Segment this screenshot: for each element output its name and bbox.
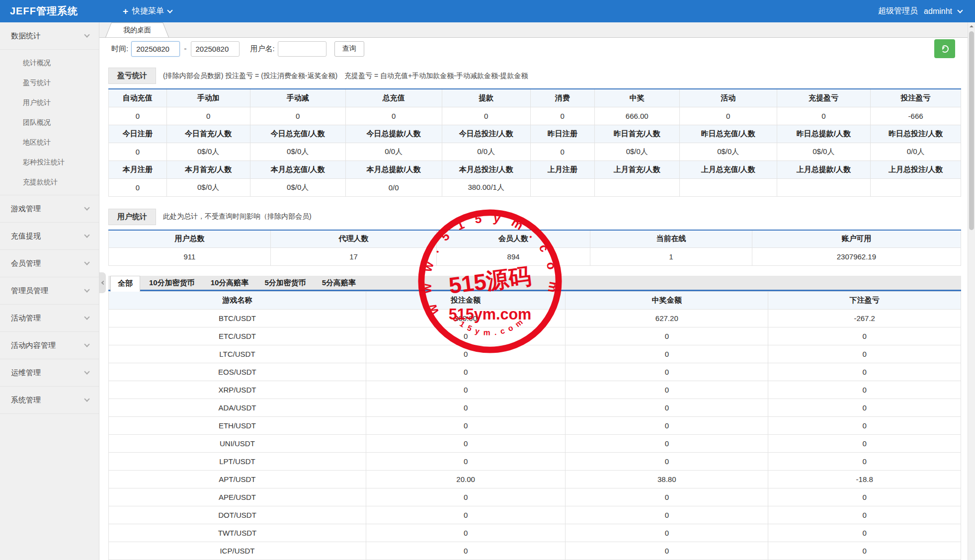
stat-value-cell: 911 xyxy=(109,248,271,266)
sidebar-group-recharge-withdraw[interactable]: 充值提现 xyxy=(0,223,99,250)
game-profit-cell: 0 xyxy=(768,435,961,453)
game-tab-5min-high-odds[interactable]: 5分高赔率 xyxy=(315,276,363,290)
game-win-cell: 0 xyxy=(566,488,768,506)
sidebar-item-profit-stats[interactable]: 盈亏统计 xyxy=(0,73,99,92)
game-row: ICP/USDT 0 0 0 xyxy=(109,542,961,560)
table-row: 0 0$/0人 0$/0人 0/0人 0/0人 0 0$/0人 0$/0人 0$… xyxy=(109,143,961,160)
game-name-cell: UNI/USDT xyxy=(109,435,366,453)
chevron-down-icon xyxy=(84,369,89,374)
game-bet-cell: 0 xyxy=(366,506,565,524)
game-profit-cell: 0 xyxy=(768,542,961,560)
sidebar-group-ops-mgmt[interactable]: 运维管理 xyxy=(0,359,99,387)
sidebar-item-region-stats[interactable]: 地区统计 xyxy=(0,132,99,152)
game-name-cell: BTC/USDT xyxy=(109,310,366,327)
game-header-cell: 游戏名称 xyxy=(109,292,366,310)
sidebar-collapse-handle[interactable] xyxy=(99,272,106,293)
game-win-cell: 0 xyxy=(566,417,768,435)
query-button[interactable]: 查询 xyxy=(334,41,364,57)
sidebar-group-activity-content-mgmt[interactable]: 活动内容管理 xyxy=(0,332,99,359)
sidebar-group-label: 游戏管理 xyxy=(11,204,41,214)
stat-header-cell: 代理人数 xyxy=(270,230,436,248)
stat-header-cell: 会员人数 xyxy=(437,230,590,248)
refresh-button[interactable] xyxy=(934,39,955,58)
stat-value-cell: 0$/0人 xyxy=(166,143,250,160)
game-bet-cell: 0 xyxy=(366,435,565,453)
user-section-note: 此处为总计，不受查询时间影响（排除内部会员) xyxy=(163,212,312,221)
sidebar-group-system-mgmt[interactable]: 系统管理 xyxy=(0,387,99,414)
stat-header-cell: 本月首充/人数 xyxy=(166,160,250,178)
game-name-cell: XRP/USDT xyxy=(109,381,366,399)
stat-value-cell: 0$/0人 xyxy=(594,143,680,160)
stat-value-cell: 1 xyxy=(590,248,752,266)
game-win-cell: 0 xyxy=(566,542,768,560)
scrollbar-up-button[interactable] xyxy=(968,22,975,30)
game-profit-cell: 0 xyxy=(768,488,961,506)
chevron-down-icon xyxy=(84,341,89,347)
quick-menu-button[interactable]: + 快捷菜单 xyxy=(123,6,172,17)
stat-header-cell: 本月注册 xyxy=(109,160,167,178)
game-tab-10min-crypto[interactable]: 10分加密货币 xyxy=(142,276,202,290)
game-name-cell: APT/USDT xyxy=(109,471,366,488)
stat-header-cell: 今日总充值/人数 xyxy=(250,125,345,143)
chevron-down-icon xyxy=(84,32,89,37)
stat-value-cell: 0$/0人 xyxy=(680,143,777,160)
sidebar-item-stats-overview[interactable]: 统计概况 xyxy=(0,53,99,73)
game-name-cell: ETC/USDT xyxy=(109,327,366,345)
game-tab-10min-high-odds[interactable]: 10分高赔率 xyxy=(204,276,256,290)
game-tab-all[interactable]: 全部 xyxy=(110,276,140,292)
username-input[interactable] xyxy=(278,41,326,57)
sidebar-group-activity-mgmt[interactable]: 活动管理 xyxy=(0,305,99,332)
username-label: 用户名: xyxy=(250,44,275,54)
sidebar-item-user-stats[interactable]: 用户统计 xyxy=(0,92,99,112)
stat-value-cell: 0/0人 xyxy=(871,143,961,160)
game-row: LPT/USDT 0 0 0 xyxy=(109,453,961,471)
stat-header-cell: 手动减 xyxy=(250,89,345,107)
stat-value-cell xyxy=(594,178,680,196)
game-bet-cell: 0 xyxy=(366,381,565,399)
sidebar-group-member-mgmt[interactable]: 会员管理 xyxy=(0,250,99,277)
stat-value-cell: 0 xyxy=(109,143,167,160)
stat-value-cell: 0 xyxy=(109,107,167,125)
date-from-input[interactable] xyxy=(131,41,180,57)
game-win-cell: 627.20 xyxy=(566,310,768,327)
game-bet-cell: 0 xyxy=(366,417,565,435)
sidebar-item-deposit-withdraw-stats[interactable]: 充提款统计 xyxy=(0,172,99,192)
stat-value-cell: 666.00 xyxy=(594,107,680,125)
stat-value-cell: 380.00/1人 xyxy=(442,178,530,196)
game-tab-5min-crypto[interactable]: 5分加密货币 xyxy=(257,276,313,290)
content-area: 我的桌面 时间: - 用户名: 查询 盈亏统计 (排除内部会员数据) 投注盈亏 … xyxy=(99,22,975,560)
game-win-cell: 0 xyxy=(566,524,768,542)
tab-my-desktop[interactable]: 我的桌面 xyxy=(105,22,169,37)
sidebar-group-label: 系统管理 xyxy=(11,396,41,405)
game-row: XRP/USDT 0 0 0 xyxy=(109,381,961,399)
sidebar-group-admin-mgmt[interactable]: 管理员管理 xyxy=(0,277,99,305)
stat-header-cell: 今日总投注/人数 xyxy=(442,125,530,143)
game-tab-bar: 全部 10分加密货币 10分高赔率 5分加密货币 5分高赔率 xyxy=(108,276,961,291)
main-panel: 盈亏统计 (排除内部会员数据) 投注盈亏 = (投注消费金额-返奖金额) 充提盈… xyxy=(99,60,975,560)
game-win-cell: 0 xyxy=(566,381,768,399)
table-row: 911 17 894 1 2307962.19 xyxy=(109,248,961,266)
chevron-down-icon xyxy=(957,7,963,13)
stat-value-cell xyxy=(777,178,871,196)
profit-section-badge: 盈亏统计 xyxy=(108,68,156,84)
profit-section-note: (排除内部会员数据) 投注盈亏 = (投注消费金额-返奖金额) 充提盈亏 = 自… xyxy=(163,72,528,80)
sidebar-group-label: 充值提现 xyxy=(11,232,41,241)
stat-value-cell: 0/0 xyxy=(345,178,442,196)
stat-header-cell: 活动 xyxy=(680,89,777,107)
sidebar-item-lottery-bet-stats[interactable]: 彩种投注统计 xyxy=(0,152,99,172)
game-bet-cell: 0 xyxy=(366,542,565,560)
filter-bar: 时间: - 用户名: 查询 xyxy=(99,38,975,60)
game-header-cell: 投注金额 xyxy=(366,292,565,310)
sidebar-group-data-stats[interactable]: 数据统计 xyxy=(0,22,99,50)
stat-value-cell: 0/0人 xyxy=(345,143,442,160)
date-to-input[interactable] xyxy=(191,41,240,57)
game-row: APE/USDT 0 0 0 xyxy=(109,488,961,506)
table-row: 游戏名称 投注金额 中奖金额 下注盈亏 xyxy=(109,292,961,310)
game-name-cell: ETH/USDT xyxy=(109,417,366,435)
sidebar-item-team-overview[interactable]: 团队概况 xyxy=(0,112,99,132)
user-menu-button[interactable]: 超级管理员 adminht xyxy=(878,6,975,16)
scrollbar-thumb[interactable] xyxy=(969,31,974,230)
stat-value-cell: 0 xyxy=(777,107,871,125)
sidebar-group-game-mgmt[interactable]: 游戏管理 xyxy=(0,195,99,223)
stat-header-cell: 本月总提款/人数 xyxy=(345,160,442,178)
